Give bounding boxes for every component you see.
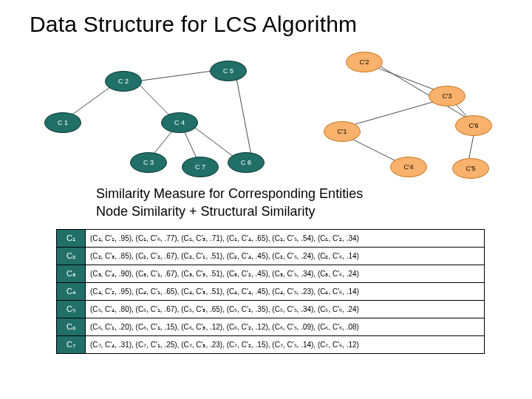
node-cp2: C'2	[346, 52, 383, 72]
subtitle: Similarity Measure for Corresponding Ent…	[96, 185, 363, 221]
node-cp3: C'3	[429, 86, 466, 106]
node-c1: C 1	[44, 112, 81, 133]
node-cp6: C'6	[455, 115, 492, 136]
row-values: (C₄, C'₂, .95), (C₄, C'₁, .65), (C₄, C'₃…	[86, 283, 485, 301]
node-c2: C 2	[105, 71, 142, 92]
similarity-table: C₁(C₁, C'₁, .95), (C₁, C'₆, .77), (C₁, C…	[56, 229, 485, 354]
node-c3: C 3	[130, 152, 167, 173]
page-title: Data Structure for LCS Algorithm	[30, 12, 357, 37]
table-row: C₅(C₅, C'₄, .80), (C₅, C'₁, .67), (C₅, C…	[57, 301, 485, 318]
node-c6: C 6	[228, 152, 265, 173]
row-header: C₅	[57, 301, 86, 318]
row-header: C₃	[57, 265, 86, 283]
row-values: (C₂, C'₃, .85), (C₂, C'₂, .67), (C₂, C'₁…	[86, 248, 485, 265]
table-row: C₃(C₃, C'₄, .90), (C₃, C'₁, .67), (C₃, C…	[57, 265, 485, 283]
row-values: (C₆, C'₁, .20), (C₆, C'₁, .15), (C₆, C'₃…	[86, 318, 485, 336]
svg-line-12	[468, 132, 474, 161]
node-c4: C 4	[161, 112, 198, 133]
row-header: C₄	[57, 283, 86, 301]
row-values: (C₇, C'₄, .31), (C₇, C'₁, .25), (C₇, C'₃…	[86, 336, 485, 354]
table-row: C₄(C₄, C'₂, .95), (C₄, C'₁, .65), (C₄, C…	[57, 283, 485, 301]
node-c5: C 5	[210, 61, 247, 81]
subtitle-line-1: Similarity Measure for Corresponding Ent…	[96, 185, 363, 202]
row-values: (C₅, C'₄, .80), (C₅, C'₁, .67), (C₅, C'₃…	[86, 301, 485, 318]
row-header: C₂	[57, 248, 86, 265]
row-header: C₆	[57, 318, 86, 336]
subtitle-line-2: Node Similarity + Structural Similarity	[96, 202, 363, 220]
table-row: C₆(C₆, C'₁, .20), (C₆, C'₁, .15), (C₆, C…	[57, 318, 485, 336]
node-cp4: C'4	[390, 157, 427, 177]
node-c7: C 7	[182, 157, 219, 177]
svg-line-6	[236, 78, 251, 155]
row-header: C₁	[57, 230, 86, 248]
graph-diagram: C 1 C 2 C 3 C 4 C 5 C 6 C 7 C'1 C'2 C'3 …	[44, 52, 495, 179]
edges-svg	[44, 52, 495, 179]
node-cp5: C'5	[452, 158, 489, 179]
row-values: (C₁, C'₁, .95), (C₁, C'₆, .77), (C₁, C'₃…	[86, 230, 485, 248]
table-row: C₇(C₇, C'₄, .31), (C₇, C'₁, .25), (C₇, C…	[57, 336, 485, 354]
table-row: C₁(C₁, C'₁, .95), (C₁, C'₆, .77), (C₁, C…	[57, 230, 485, 248]
table-row: C₂(C₂, C'₃, .85), (C₂, C'₂, .67), (C₂, C…	[57, 248, 485, 265]
row-header: C₇	[57, 336, 86, 354]
node-cp1: C'1	[324, 121, 361, 142]
row-values: (C₃, C'₄, .90), (C₃, C'₁, .67), (C₃, C'₃…	[86, 265, 485, 283]
